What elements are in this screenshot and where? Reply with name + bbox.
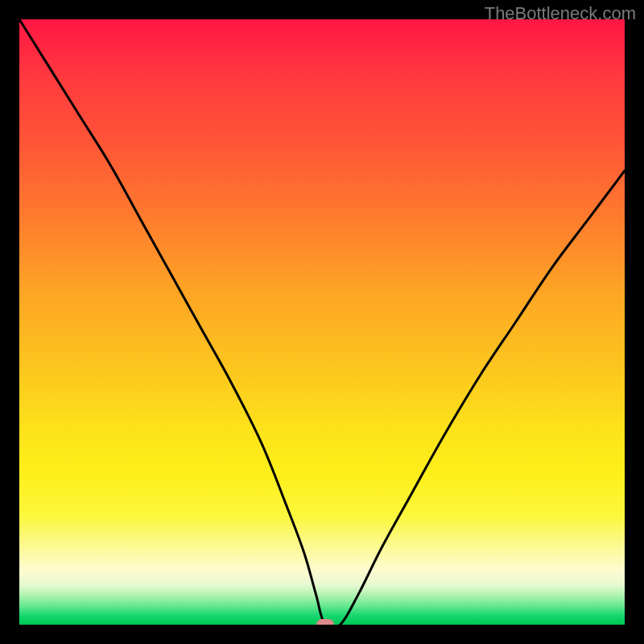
plot-area <box>19 19 625 625</box>
bottleneck-curve <box>19 19 625 625</box>
optimal-point-marker <box>316 619 334 625</box>
bottleneck-chart: TheBottleneck.com <box>0 0 644 644</box>
watermark-text: TheBottleneck.com <box>485 3 636 24</box>
